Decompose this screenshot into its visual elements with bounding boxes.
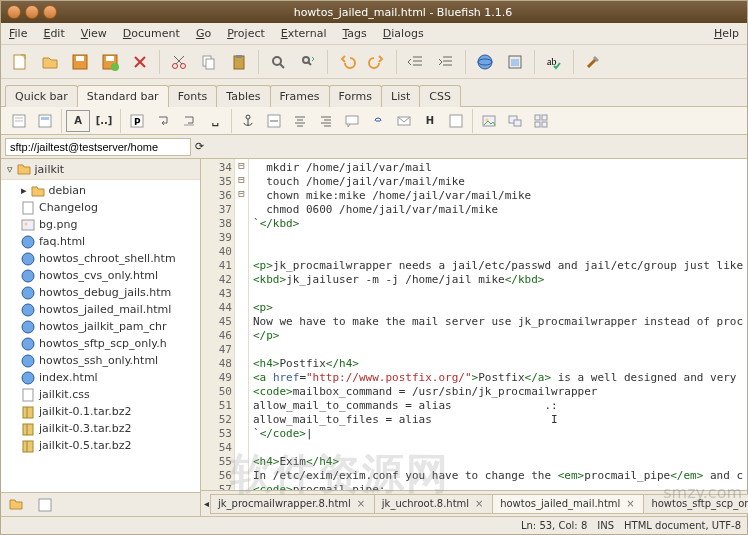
svg-point-39 [25,222,28,225]
hr-button[interactable] [262,110,286,132]
file-item[interactable]: index.html [3,369,198,386]
svg-rect-33 [535,115,540,120]
file-item[interactable]: howtos_chroot_shell.htm [3,250,198,267]
code-editor[interactable]: 34 35 36 37 38 39 40 41 42 43 44 45 46 4… [201,159,747,490]
doc-tab[interactable]: jk_uchroot.8.html× [374,494,493,514]
svg-rect-28 [450,115,462,127]
close-file-icon[interactable] [127,49,153,75]
close-icon[interactable]: × [355,498,367,510]
file-item[interactable]: jailkit-0.1.tar.bz2 [3,403,198,420]
menu-external[interactable]: External [273,24,335,43]
quickstart-icon[interactable] [7,110,31,132]
mail-button[interactable] [392,110,416,132]
redo-icon[interactable] [364,49,390,75]
indent-icon[interactable] [433,49,459,75]
menu-go[interactable]: Go [188,24,219,43]
undo-icon[interactable] [334,49,360,75]
refresh-icon[interactable]: ⟳ [195,140,204,153]
preferences-icon[interactable] [580,49,606,75]
tab-list[interactable]: List [381,85,420,107]
tool-tabbar: Quick barStandard barFontsTablesFramesFo… [1,79,747,107]
file-item[interactable]: faq.html [3,233,198,250]
bookmarks-tab-icon[interactable] [33,494,57,516]
window-max-icon[interactable] [43,5,57,19]
scroll-left-icon[interactable]: ◂ [203,493,210,515]
copy-icon[interactable] [196,49,222,75]
h-button[interactable]: H [418,110,442,132]
h2-button[interactable] [444,110,468,132]
comment-button[interactable] [340,110,364,132]
file-item[interactable]: ▸ debian [3,182,198,199]
cut-icon[interactable] [166,49,192,75]
unindent-icon[interactable] [403,49,429,75]
p-button[interactable]: P [125,110,149,132]
file-item[interactable]: howtos_sftp_scp_only.h [3,335,198,352]
svg-rect-20 [39,115,51,127]
file-item[interactable]: Changelog [3,199,198,216]
tab-tables[interactable]: Tables [216,85,270,107]
address-input[interactable] [5,138,191,156]
menu-view[interactable]: View [73,24,115,43]
doc-tab[interactable]: howtos_jailed_mail.html× [492,494,644,514]
close-icon[interactable]: × [624,498,636,510]
br-button[interactable] [151,110,175,132]
file-item[interactable]: bg.png [3,216,198,233]
find-replace-icon[interactable] [295,49,321,75]
file-item[interactable]: jailkit.css [3,386,198,403]
file-item[interactable]: jailkit-0.3.tar.bz2 [3,420,198,437]
current-folder: jailkit [35,163,65,176]
file-item[interactable]: howtos_jailed_mail.html [3,301,198,318]
tab-standard-bar[interactable]: Standard bar [77,85,169,107]
paste-icon[interactable] [226,49,252,75]
menu-tags[interactable]: Tags [334,24,374,43]
find-icon[interactable] [265,49,291,75]
svg-point-14 [478,55,492,69]
nbsp-button[interactable]: ␣ [203,110,227,132]
svg-text:ab: ab [547,56,556,67]
menu-document[interactable]: Document [115,24,188,43]
file-item[interactable]: howtos_debug_jails.htm [3,284,198,301]
link-button[interactable] [366,110,390,132]
fullscreen-icon[interactable] [502,49,528,75]
collapse-icon[interactable]: ▿ [7,163,13,176]
tab-frames[interactable]: Frames [270,85,330,107]
anchor-icon[interactable] [236,110,260,132]
save-as-icon[interactable] [97,49,123,75]
save-file-icon[interactable] [67,49,93,75]
window-close-icon[interactable] [7,5,21,19]
menu-edit[interactable]: Edit [35,24,72,43]
browser-preview-icon[interactable] [472,49,498,75]
doc-tab[interactable]: jk_procmailwrapper.8.html× [210,494,375,514]
menu-file[interactable]: File [1,24,35,43]
svg-rect-17 [511,59,519,66]
tab-forms[interactable]: Forms [329,85,382,107]
svg-point-44 [22,304,34,316]
close-icon[interactable]: × [473,498,485,510]
file-item[interactable]: howtos_cvs_only.html [3,267,198,284]
tab-quick-bar[interactable]: Quick bar [5,85,78,107]
sidebar: ▿ jailkit ▸ debianChangelogbg.pngfaq.htm… [1,159,201,516]
bold-button[interactable]: A [66,110,90,132]
filebrowser-tab-icon[interactable] [5,494,29,516]
brackets-button[interactable]: [..] [92,110,116,132]
spellcheck-icon[interactable]: ab [541,49,567,75]
file-item[interactable]: howtos_jailkit_pam_chr [3,318,198,335]
menu-help[interactable]: Help [706,24,747,43]
window-min-icon[interactable] [25,5,39,19]
image-button[interactable] [477,110,501,132]
open-file-icon[interactable] [37,49,63,75]
body-icon[interactable] [33,110,57,132]
menu-project[interactable]: Project [219,24,273,43]
file-item[interactable]: howtos_ssh_only.html [3,352,198,369]
center-button[interactable] [288,110,312,132]
file-item[interactable]: jailkit-0.5.tar.bz2 [3,437,198,454]
new-file-icon[interactable] [7,49,33,75]
menu-dialogs[interactable]: Dialogs [375,24,432,43]
br-clear-button[interactable] [177,110,201,132]
tab-css[interactable]: CSS [419,85,461,107]
right-button[interactable] [314,110,338,132]
thumb-button[interactable] [503,110,527,132]
file-tree[interactable]: ▸ debianChangelogbg.pngfaq.htmlhowtos_ch… [1,180,200,492]
multithumb-button[interactable] [529,110,553,132]
tab-fonts[interactable]: Fonts [168,85,218,107]
